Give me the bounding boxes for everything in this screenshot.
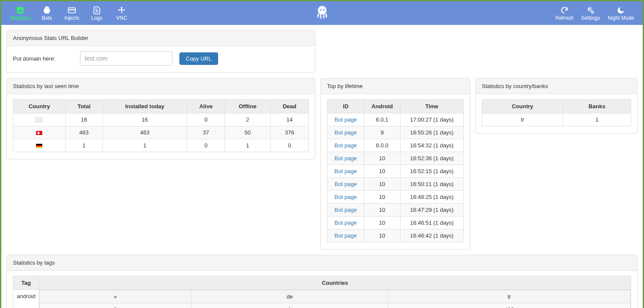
table-row: tr1	[482, 113, 631, 126]
nav-label: Refresh	[555, 15, 573, 21]
tags-table: Tag Countries android «detr31463	[13, 276, 631, 308]
cell-id: Bot page	[327, 152, 364, 165]
bot-page-link[interactable]: Bot page	[335, 168, 357, 174]
cell-banks: 1	[563, 113, 631, 126]
panel-title: Anonymous Stats URL Builder	[7, 30, 315, 46]
nav-statistics[interactable]: Statistics	[10, 6, 31, 21]
tag-name: android	[13, 290, 39, 308]
col-header: Banks	[563, 100, 631, 113]
cell-id: Bot page	[327, 165, 364, 178]
col-header: ID	[327, 100, 364, 113]
cell-total: 463	[65, 126, 102, 139]
svg-point-8	[317, 6, 326, 14]
card-icon	[68, 6, 76, 15]
chart-icon	[16, 6, 25, 15]
bot-page-link[interactable]: Bot page	[335, 232, 357, 239]
svg-point-14	[592, 11, 593, 13]
nav-settings[interactable]: Settings	[581, 6, 600, 21]
col-header: Country	[13, 100, 66, 113]
col-countries: Countries	[39, 276, 631, 290]
moon-icon	[616, 6, 625, 15]
cell-country: tr	[482, 113, 563, 126]
cell-id: Bot page	[327, 178, 364, 191]
table-row: Bot page916:55:26 (1 days)	[327, 126, 464, 139]
table-row: Bot page1016:52:15 (1 days)	[327, 165, 464, 178]
cell-offline: 1	[225, 139, 271, 152]
cell-total: 1	[65, 139, 102, 152]
top-nav: StatisticsBotsInjectsLogsVNC RefreshSett…	[1, 1, 643, 25]
cell-country	[13, 126, 66, 139]
cell-android: 10	[364, 191, 400, 204]
nav-label: Night Mode	[608, 15, 634, 21]
nav-label: Bots	[42, 15, 52, 21]
col-header: Alive	[187, 100, 225, 113]
table-row: 16160214	[13, 113, 309, 126]
country-count: 3	[40, 303, 191, 308]
nav-injects[interactable]: Injects	[63, 6, 80, 21]
cell-offline: 50	[225, 126, 271, 139]
nav-logs[interactable]: Logs	[88, 6, 105, 21]
nav-label: Injects	[65, 15, 80, 21]
bot-page-link[interactable]: Bot page	[335, 155, 357, 162]
cell-offline: 2	[225, 113, 271, 126]
top-table: IDAndroidTime Bot page6.0.117:00:27 (1 d…	[327, 99, 464, 242]
nav-night-mode[interactable]: Night Mode	[608, 6, 634, 21]
svg-point-12	[323, 9, 324, 10]
svg-point-4	[46, 8, 46, 9]
cell-time: 17:00:27 (1 days)	[400, 113, 463, 126]
table-row: Bot page1016:52:36 (1 days)	[327, 152, 464, 165]
svg-rect-7	[68, 9, 76, 10]
svg-rect-2	[20, 9, 21, 12]
bot-page-link[interactable]: Bot page	[335, 220, 357, 226]
cell-time: 16:54:32 (1 days)	[400, 139, 463, 152]
col-header: Dead	[271, 100, 309, 113]
svg-point-5	[48, 8, 49, 9]
cell-time: 16:46:51 (1 days)	[400, 217, 463, 229]
cell-id: Bot page	[327, 229, 364, 242]
bot-page-link[interactable]: Bot page	[335, 194, 357, 200]
cell-id: Bot page	[327, 113, 364, 126]
col-header: Time	[400, 100, 463, 113]
panel-title: Statistics by country/banks	[476, 79, 637, 94]
svg-point-13	[589, 8, 591, 10]
col-header: Android	[364, 100, 400, 113]
table-row: Bot page8.0.016:54:32 (1 days)	[327, 139, 464, 152]
cell-id: Bot page	[327, 139, 364, 152]
cell-id: Bot page	[327, 217, 364, 229]
cell-time: 16:52:36 (1 days)	[400, 152, 463, 165]
col-header: Country	[482, 100, 563, 113]
panel-title: Top by lifetime	[321, 79, 470, 94]
col-header: Total	[65, 100, 102, 113]
flag-icon	[36, 131, 43, 135]
bot-page-link[interactable]: Bot page	[335, 207, 357, 213]
country-count: 463	[388, 303, 630, 308]
table-row: Bot page1016:46:51 (1 days)	[327, 217, 464, 229]
table-row: Bot page1016:50:11 (1 days)	[327, 178, 464, 191]
cell-android: 10	[364, 152, 400, 165]
cell-time: 16:55:26 (1 days)	[400, 126, 463, 139]
banks-table: CountryBanks tr1	[482, 99, 631, 126]
cell-country	[13, 113, 66, 126]
domain-input[interactable]	[80, 51, 173, 66]
nav-refresh[interactable]: Refresh	[555, 6, 573, 21]
nav-bots[interactable]: Bots	[38, 6, 55, 21]
cell-android: 10	[364, 229, 400, 242]
copy-url-button[interactable]: Copy URL	[179, 52, 218, 65]
col-tag: Tag	[13, 276, 39, 290]
cell-total: 16	[65, 113, 102, 126]
country-count: 1	[191, 303, 388, 308]
url-builder-panel: Anonymous Stats URL Builder Put domain h…	[6, 30, 315, 73]
table-row: 11010	[13, 139, 309, 152]
bot-page-link[interactable]: Bot page	[335, 181, 357, 187]
cell-dead: 376	[271, 126, 309, 139]
svg-rect-1	[18, 10, 19, 12]
table-row: Bot page1016:46:42 (1 days)	[327, 229, 464, 242]
cell-time: 16:48:25 (1 days)	[400, 191, 463, 204]
bot-page-link[interactable]: Bot page	[335, 129, 357, 136]
bot-page-link[interactable]: Bot page	[335, 116, 357, 123]
nav-vnc[interactable]: VNC	[113, 6, 130, 21]
flag-icon	[36, 143, 43, 148]
cell-android: 10	[364, 165, 400, 178]
bot-page-link[interactable]: Bot page	[335, 142, 357, 149]
country-name: de	[191, 290, 388, 303]
